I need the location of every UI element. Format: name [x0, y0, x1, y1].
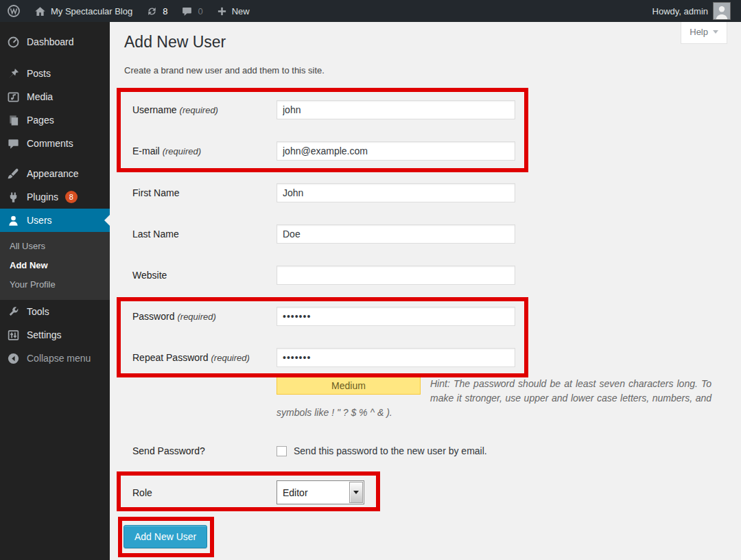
help-tab[interactable]: Help [681, 22, 727, 44]
username-input[interactable] [277, 100, 515, 119]
howdy-text: Howdy, admin [652, 6, 708, 16]
plus-icon [217, 6, 227, 16]
wordpress-logo-icon [7, 4, 21, 18]
new-content-link[interactable]: New [210, 0, 257, 22]
first-name-label: First Name [132, 183, 179, 202]
comment-count: 0 [198, 6, 202, 16]
comments-link[interactable]: 0 [174, 0, 209, 22]
form-row-email: E-mail(required) [132, 141, 722, 161]
sidebar-item-label: Tools [27, 306, 49, 317]
sidebar-item-settings[interactable]: Settings [0, 323, 110, 347]
admin-topbar: My Spectacular Blog 8 0 New Howdy, admin [0, 0, 741, 22]
account-menu[interactable]: Howdy, admin [646, 0, 738, 22]
wordpress-admin-screen: My Spectacular Blog 8 0 New Howdy, admin [0, 0, 741, 560]
sidebar-item-label: Dashboard [27, 36, 74, 47]
send-password-label: Send Password? [132, 441, 205, 460]
required-note: (required) [211, 353, 250, 363]
sidebar-item-label: Plugins [27, 191, 58, 202]
form-row-role: Role Editor [132, 480, 722, 505]
password-input[interactable] [277, 307, 515, 326]
sidebar-item-comments[interactable]: Comments [0, 132, 110, 155]
repeat-password-input[interactable] [277, 348, 515, 367]
updates-link[interactable]: 8 [139, 0, 174, 22]
password-strength-meter: Medium [277, 377, 421, 395]
add-new-user-page: Help Add New User Create a brand new use… [110, 22, 741, 560]
site-link[interactable]: My Spectacular Blog [27, 0, 139, 22]
form-row-send-password: Send Password? Send this password to the… [132, 441, 722, 460]
form-row-username: Username(required) [132, 100, 722, 119]
comment-bubble-icon [181, 5, 193, 17]
collapse-menu-label: Collapse menu [27, 353, 91, 364]
password-strength-area: Medium Hint: The password should be at l… [277, 377, 711, 420]
last-name-label: Last Name [132, 224, 179, 244]
pushpin-icon [6, 67, 20, 80]
website-label: Website [132, 266, 167, 285]
form-row-website: Website [132, 266, 722, 285]
site-name: My Spectacular Blog [51, 6, 132, 16]
submenu-item-your-profile[interactable]: Your Profile [0, 275, 110, 294]
required-note: (required) [177, 312, 215, 322]
pages-icon [6, 114, 20, 127]
email-input[interactable] [277, 141, 515, 161]
email-label: E-mail(required) [132, 141, 201, 161]
sidebar-item-label: Media [27, 91, 53, 102]
password-label: Password(required) [132, 307, 216, 327]
settings-sliders-icon [6, 329, 20, 342]
topbar-right: Howdy, admin [646, 0, 741, 22]
sidebar-item-label: Pages [27, 115, 54, 126]
wrench-icon [6, 305, 20, 318]
role-select-value: Editor [277, 487, 349, 498]
chevron-down-icon [713, 30, 718, 34]
submenu-item-all-users[interactable]: All Users [0, 237, 110, 256]
paintbrush-icon [6, 167, 20, 180]
new-label: New [232, 6, 250, 16]
comment-bubble-icon [6, 137, 20, 150]
send-password-checkbox[interactable] [277, 446, 287, 456]
user-icon [6, 214, 20, 227]
send-password-checkbox-label: Send this password to the new user by em… [294, 445, 487, 456]
repeat-password-label: Repeat Password(required) [132, 348, 250, 368]
sidebar-item-media[interactable]: Media [0, 85, 110, 108]
media-note-icon [6, 91, 20, 104]
form-row-password: Password(required) [132, 307, 722, 326]
last-name-input[interactable] [277, 224, 515, 244]
sidebar-item-label: Users [27, 215, 52, 226]
sidebar-item-label: Comments [27, 138, 73, 149]
plugins-update-badge: 8 [65, 191, 78, 203]
sidebar-item-appearance[interactable]: Appearance [0, 162, 110, 185]
avatar [713, 2, 731, 20]
select-arrow-button[interactable] [349, 482, 363, 503]
sidebar-item-label: Appearance [27, 168, 79, 179]
sidebar-item-posts[interactable]: Posts [0, 62, 110, 85]
submenu-item-add-new[interactable]: Add New [0, 256, 110, 275]
role-label: Role [132, 480, 152, 505]
collapse-menu-button[interactable]: Collapse menu [0, 347, 110, 370]
collapse-arrow-icon [6, 352, 20, 365]
form-row-repeat-password: Repeat Password(required) [132, 348, 722, 367]
sidebar-item-label: Posts [27, 68, 51, 79]
sidebar-item-users[interactable]: Users [0, 209, 110, 232]
role-select[interactable]: Editor [277, 480, 364, 504]
required-note: (required) [180, 105, 218, 115]
first-name-input[interactable] [277, 183, 515, 202]
admin-sidebar: Dashboard Posts Media Pages Comments [0, 22, 110, 560]
home-icon [34, 5, 46, 17]
website-input[interactable] [277, 266, 515, 285]
sidebar-item-label: Settings [27, 329, 62, 340]
menu-separator [0, 155, 110, 162]
sidebar-item-pages[interactable]: Pages [0, 108, 110, 132]
wordpress-logo-menu[interactable] [0, 0, 27, 22]
form-row-last-name: Last Name [132, 224, 722, 244]
dashboard-gauge-icon [6, 36, 20, 49]
users-submenu: All Users Add New Your Profile [0, 232, 110, 300]
help-label: Help [690, 27, 708, 37]
add-new-user-button[interactable]: Add New User [124, 525, 207, 548]
form-row-first-name: First Name [132, 183, 722, 202]
plug-icon [6, 191, 20, 204]
sidebar-item-tools[interactable]: Tools [0, 300, 110, 323]
sidebar-item-plugins[interactable]: Plugins 8 [0, 185, 110, 209]
sidebar-item-dashboard[interactable]: Dashboard [0, 30, 110, 54]
update-icon [146, 5, 158, 17]
username-label: Username(required) [132, 100, 218, 120]
update-count: 8 [163, 6, 167, 16]
